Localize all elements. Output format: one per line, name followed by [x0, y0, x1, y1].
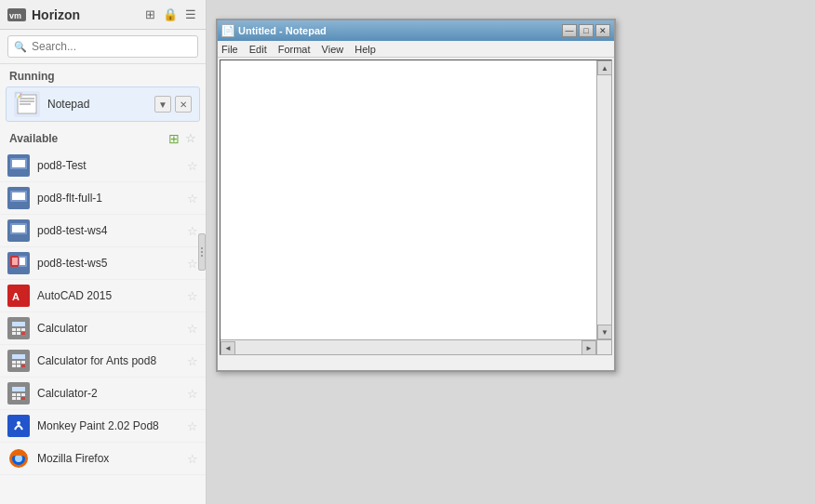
vm-logo: vm [7, 8, 26, 21]
svg-rect-30 [12, 322, 25, 326]
svg-rect-52 [21, 397, 25, 400]
running-item-label: Notepad [47, 98, 154, 111]
app-star[interactable]: ☆ [187, 192, 198, 206]
svg-rect-38 [12, 354, 25, 359]
app-label: Calculator for Ants pod8 [37, 354, 187, 367]
list-item[interactable]: pod8-flt-full-1 ☆ [0, 182, 206, 215]
svg-rect-14 [16, 202, 21, 205]
app-label: Monkey Paint 2.02 Pod8 [37, 419, 187, 432]
svg-text:vm: vm [9, 11, 21, 20]
app-icon-calculator-ants [7, 350, 30, 372]
notepad-maximize-btn[interactable]: □ [579, 24, 594, 37]
notepad-menu-edit[interactable]: Edit [249, 44, 267, 55]
svg-text:📝: 📝 [16, 93, 22, 99]
sidebar: vm Horizon ⊞ 🔒 ☰ 🔍 Running 📝 [0, 0, 207, 504]
svg-rect-19 [13, 237, 24, 238]
available-view-icons: ⊞ ☆ [168, 131, 196, 146]
header-icons: ⊞ 🔒 ☰ [142, 7, 198, 22]
svg-rect-48 [17, 393, 20, 396]
app-label: pod8-test-ws4 [37, 224, 187, 237]
svg-rect-47 [12, 393, 16, 396]
app-star[interactable]: ☆ [187, 224, 198, 238]
svg-rect-50 [12, 397, 16, 400]
list-item[interactable]: pod8-test-ws4 ☆ [0, 215, 206, 247]
svg-rect-33 [21, 328, 25, 331]
svg-rect-11 [13, 172, 24, 173]
svg-rect-20 [12, 225, 25, 232]
scroll-corner [596, 339, 611, 354]
notepad-menu-view[interactable]: View [322, 44, 344, 55]
notepad-menu-format[interactable]: Format [278, 44, 311, 55]
app-star[interactable]: ☆ [187, 159, 198, 173]
sidebar-resize-handle[interactable] [198, 233, 206, 271]
lock-icon[interactable]: 🔒 [163, 7, 178, 22]
svg-rect-31 [12, 328, 16, 331]
running-notepad-item[interactable]: 📝 Notepad ▼ ✕ [6, 86, 200, 122]
app-star[interactable]: ☆ [187, 387, 198, 401]
notepad-minimize-btn[interactable]: — [562, 24, 577, 37]
search-icon: 🔍 [14, 41, 27, 53]
scroll-left-btn[interactable]: ◄ [220, 341, 235, 356]
svg-rect-51 [17, 397, 20, 400]
svg-rect-39 [12, 361, 16, 364]
svg-text:A: A [12, 291, 20, 302]
notepad-scrollbar-vertical[interactable]: ▲ ▼ [596, 60, 611, 339]
svg-rect-10 [16, 169, 21, 172]
notepad-window[interactable]: 📄 Untitled - Notepad — □ ✕ File Edit For… [216, 19, 616, 372]
list-item[interactable]: Mozilla Firefox ☆ [0, 443, 206, 475]
search-box[interactable]: 🔍 [7, 35, 198, 58]
svg-rect-12 [12, 160, 25, 167]
list-item[interactable]: Calculator-2 ☆ [0, 378, 206, 410]
notepad-close-btn[interactable]: ✕ [175, 96, 192, 113]
scroll-right-btn[interactable]: ► [581, 340, 596, 355]
list-item[interactable]: pod8-test-ws5 ☆ [0, 247, 206, 280]
svg-rect-46 [12, 387, 25, 391]
app-icon-autocad: A [7, 285, 30, 307]
available-title: Available [9, 132, 168, 145]
scroll-up-btn[interactable]: ▲ [597, 60, 612, 75]
svg-rect-23 [16, 267, 21, 270]
scroll-down-btn[interactable]: ▼ [597, 325, 612, 339]
main-area: 📄 Untitled - Notepad — □ ✕ File Edit For… [207, 0, 815, 504]
available-header: Available ⊞ ☆ [0, 126, 206, 150]
notepad-menu-file[interactable]: File [221, 44, 238, 55]
notepad-close-btn[interactable]: ✕ [595, 24, 610, 37]
app-star[interactable]: ☆ [187, 452, 198, 466]
sidebar-header: vm Horizon ⊞ 🔒 ☰ [0, 0, 206, 30]
grid-view-btn[interactable]: ⊞ [168, 131, 180, 146]
app-label: AutoCAD 2015 [37, 289, 187, 302]
app-star[interactable]: ☆ [187, 419, 198, 433]
search-input[interactable] [32, 40, 192, 53]
app-star[interactable]: ☆ [187, 289, 198, 303]
list-item[interactable]: A AutoCAD 2015 ☆ [0, 280, 206, 312]
svg-rect-32 [17, 328, 20, 331]
svg-rect-35 [17, 332, 20, 335]
app-star[interactable]: ☆ [187, 257, 198, 271]
app-star[interactable]: ☆ [187, 322, 198, 336]
list-item[interactable]: Calculator for Ants pod8 ☆ [0, 345, 206, 378]
app-icon-pod8test [7, 154, 30, 177]
app-icon-calculator2 [7, 382, 30, 405]
list-item[interactable]: Monkey Paint 2.02 Pod8 ☆ [0, 410, 206, 443]
notepad-menu-help[interactable]: Help [354, 44, 376, 55]
notepad-dropdown-btn[interactable]: ▼ [154, 96, 171, 113]
notepad-title-text: Untitled - Notepad [238, 25, 562, 36]
svg-rect-49 [21, 393, 25, 396]
svg-rect-15 [13, 205, 24, 206]
svg-rect-25 [12, 258, 18, 265]
app-label: Calculator-2 [37, 387, 187, 400]
app-star[interactable]: ☆ [187, 354, 198, 368]
list-icon[interactable]: ☰ [183, 7, 198, 22]
svg-rect-26 [20, 258, 25, 265]
list-item[interactable]: pod8-Test ☆ [0, 150, 206, 182]
svg-rect-18 [16, 234, 21, 237]
app-icon-pod8ws4 [7, 219, 30, 242]
notepad-scrollbar-horizontal[interactable]: ◄ ► [220, 339, 596, 354]
list-item[interactable]: Calculator ☆ [0, 312, 206, 345]
app-label: pod8-Test [37, 159, 187, 172]
app-label: Mozilla Firefox [37, 452, 187, 465]
svg-rect-42 [12, 365, 16, 367]
notepad-content[interactable]: ▲ ▼ ◄ ► [220, 60, 612, 355]
grid-icon[interactable]: ⊞ [142, 7, 157, 22]
favorites-btn[interactable]: ☆ [185, 131, 196, 146]
